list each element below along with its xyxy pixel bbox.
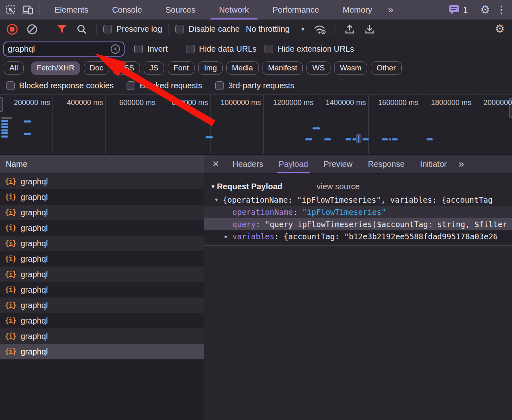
flag-blocked-requests[interactable]: Blocked requests xyxy=(127,81,202,90)
request-name: graphql xyxy=(21,223,48,233)
payload-tree: ▼{operationName: "ipFlowTimeseries", var… xyxy=(204,194,512,243)
tab-elements[interactable]: Elements xyxy=(43,0,100,20)
request-row[interactable]: {i}graphql xyxy=(0,298,204,313)
export-har-icon[interactable] xyxy=(361,21,378,37)
detail-tab-initiator[interactable]: Initiator xyxy=(412,155,455,173)
request-row[interactable]: {i}graphql xyxy=(0,328,204,344)
request-row[interactable]: {i}graphql xyxy=(0,174,204,189)
request-type-chips: AllFetch/XHRDocCSSJSFontImgMediaManifest… xyxy=(0,59,512,77)
flag-label-blocked-cookies: Blocked response cookies xyxy=(19,81,114,90)
tab-network[interactable]: Network xyxy=(207,0,260,20)
detail-tab-headers[interactable]: Headers xyxy=(225,155,271,173)
name-column-header[interactable]: Name xyxy=(0,155,204,174)
preserve-log-checkbox[interactable]: Preserve log xyxy=(103,24,162,34)
tree-triangle-icon[interactable]: ▶ xyxy=(225,234,232,239)
fetch-xhr-icon: {i} xyxy=(5,239,16,247)
filter-chip-doc[interactable]: Doc xyxy=(84,61,109,75)
filter-chip-all[interactable]: All xyxy=(4,61,24,75)
clear-network-log-icon[interactable] xyxy=(24,21,40,37)
hide-extension-urls-label: Hide extension URLs xyxy=(278,44,354,54)
checkbox[interactable] xyxy=(175,25,184,33)
invert-checkbox[interactable]: Invert xyxy=(134,44,168,54)
network-conditions-icon[interactable] xyxy=(312,21,328,37)
network-toolbar: Preserve log Disable cache No throttling… xyxy=(0,20,512,39)
clear-filter-icon[interactable]: ✕ xyxy=(111,44,120,54)
request-row[interactable]: {i}graphql xyxy=(0,344,204,359)
checkbox[interactable] xyxy=(103,25,112,33)
request-row[interactable]: {i}graphql xyxy=(0,236,204,251)
payload-line[interactable]: ▶variables: {accountTag: "b12e3b2192ee55… xyxy=(204,230,512,243)
close-details-icon[interactable]: ✕ xyxy=(207,155,225,173)
kebab-menu-icon[interactable]: ⋮ xyxy=(493,2,510,18)
devtools-tabbar: ElementsConsoleSourcesNetworkPerformance… xyxy=(0,0,512,20)
filter-chip-manifest[interactable]: Manifest xyxy=(263,61,303,75)
view-source-link[interactable]: view source xyxy=(317,182,360,191)
tab-performance[interactable]: Performance xyxy=(261,0,331,20)
hide-extension-urls-checkbox[interactable]: Hide extension URLs xyxy=(265,44,354,54)
filter-chip-js[interactable]: JS xyxy=(144,61,164,75)
device-toolbar-icon[interactable] xyxy=(20,2,36,18)
payload-line[interactable]: query: "query ipFlowTimeseries($accountT… xyxy=(204,218,512,230)
settings-gear-icon[interactable]: ⚙ xyxy=(477,2,493,18)
filter-chip-fetch-xhr[interactable]: Fetch/XHR xyxy=(31,61,80,75)
issues-count: 1 xyxy=(463,5,468,15)
payload-token-key: query xyxy=(232,220,256,229)
filter-chip-ws[interactable]: WS xyxy=(306,61,330,75)
filter-chip-wasm[interactable]: Wasm xyxy=(334,61,367,75)
filter-chip-css[interactable]: CSS xyxy=(113,61,140,75)
checkbox[interactable] xyxy=(127,81,135,90)
filter-chip-media[interactable]: Media xyxy=(226,61,259,75)
issues-counter[interactable]: 1 xyxy=(445,5,471,15)
filter-chip-img[interactable]: Img xyxy=(198,61,223,75)
fetch-xhr-icon: {i} xyxy=(5,286,16,294)
request-row[interactable]: {i}graphql xyxy=(0,251,204,267)
checkbox[interactable] xyxy=(6,81,15,90)
request-payload-header[interactable]: ▼ Request Payload view source xyxy=(204,179,512,194)
filter-funnel-icon[interactable] xyxy=(54,21,70,37)
request-row[interactable]: {i}graphql xyxy=(0,282,204,298)
filter-chip-other[interactable]: Other xyxy=(371,61,402,75)
request-row[interactable]: {i}graphql xyxy=(0,220,204,236)
inspect-element-icon[interactable] xyxy=(2,2,19,18)
request-row[interactable]: {i}graphql xyxy=(0,205,204,220)
divider xyxy=(168,24,169,35)
throttling-dropdown[interactable]: No throttling ▼ xyxy=(243,24,308,34)
tab-memory[interactable]: Memory xyxy=(331,0,384,20)
search-icon[interactable] xyxy=(74,21,90,37)
divider xyxy=(96,24,97,35)
timeline-request-bar xyxy=(313,127,320,129)
devtools-tabs: ElementsConsoleSourcesNetworkPerformance… xyxy=(43,0,384,20)
network-overview-timeline[interactable]: 200000 ms400000 ms600000 ms800000 ms1000… xyxy=(0,94,512,155)
import-har-icon[interactable] xyxy=(341,21,358,37)
flag-third-party[interactable]: 3rd-party requests xyxy=(215,81,294,90)
more-detail-tabs-icon[interactable]: » xyxy=(455,155,468,173)
requests-panel: Name {i}graphql{i}graphql{i}graphql{i}gr… xyxy=(0,155,204,420)
tree-triangle-icon[interactable]: ▼ xyxy=(215,197,223,203)
payload-line[interactable]: ▼{operationName: "ipFlowTimeseries", var… xyxy=(204,194,512,206)
checkbox[interactable] xyxy=(265,45,273,53)
disable-cache-label: Disable cache xyxy=(188,24,240,34)
filter-input[interactable] xyxy=(8,44,111,54)
disable-cache-checkbox[interactable]: Disable cache xyxy=(175,24,240,34)
tab-sources[interactable]: Sources xyxy=(154,0,207,20)
filter-chip-font[interactable]: Font xyxy=(168,61,195,75)
flag-blocked-cookies[interactable]: Blocked response cookies xyxy=(6,81,114,90)
detail-tab-response[interactable]: Response xyxy=(360,155,412,173)
checkbox[interactable] xyxy=(186,45,195,53)
fetch-xhr-icon: {i} xyxy=(5,270,16,278)
more-tabs-icon[interactable]: » xyxy=(384,0,397,20)
tab-console[interactable]: Console xyxy=(100,0,153,20)
network-settings-gear-icon[interactable]: ⚙ xyxy=(492,21,508,37)
record-network-log-icon[interactable] xyxy=(4,21,20,37)
checkbox[interactable] xyxy=(215,81,224,90)
request-row[interactable]: {i}graphql xyxy=(0,189,204,205)
checkbox[interactable] xyxy=(134,45,143,53)
payload-line[interactable]: operationName: "ipFlowTimeseries" xyxy=(204,206,512,218)
request-row[interactable]: {i}graphql xyxy=(0,267,204,282)
detail-tab-payload[interactable]: Payload xyxy=(271,155,316,173)
fetch-xhr-icon: {i} xyxy=(5,177,16,186)
filter-flags-row: Blocked response cookiesBlocked requests… xyxy=(0,77,512,94)
hide-data-urls-checkbox[interactable]: Hide data URLs xyxy=(186,44,256,54)
detail-tab-preview[interactable]: Preview xyxy=(316,155,360,173)
request-row[interactable]: {i}graphql xyxy=(0,313,204,328)
